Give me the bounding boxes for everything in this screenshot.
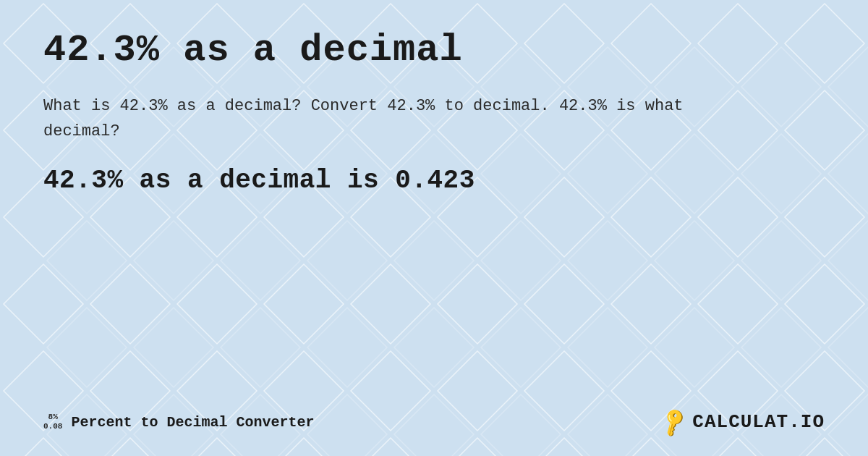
footer-logo[interactable]: 🔑 CALCULAT.IO <box>661 410 825 434</box>
percent-top: 8% <box>43 413 62 422</box>
page-title: 42.3% as a decimal <box>43 29 825 72</box>
result-text: 42.3% as a decimal is 0.423 <box>43 166 825 195</box>
logo-text: CALCULAT.IO <box>692 411 825 433</box>
key-icon: 🔑 <box>657 405 691 439</box>
percent-bottom: 0.08 <box>43 422 62 431</box>
footer-left: 8% 0.08 Percent to Decimal Converter <box>43 413 314 431</box>
percent-badge: 8% 0.08 <box>43 413 62 431</box>
converter-label: Percent to Decimal Converter <box>71 414 314 431</box>
page-description: What is 42.3% as a decimal? Convert 42.3… <box>43 93 694 144</box>
